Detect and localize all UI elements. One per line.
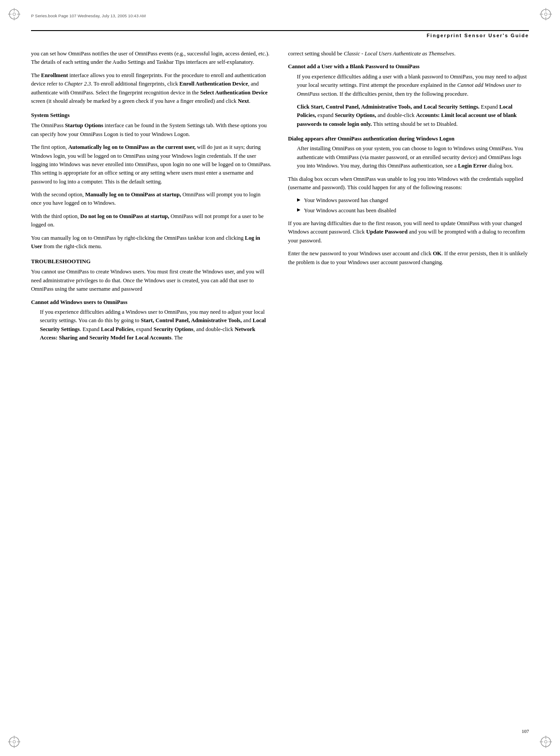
svg-point-19 [544,740,547,743]
troubleshooting-heading: TROUBLESHOOTING [31,257,272,266]
right-para6: If you are having difficulties due to th… [288,219,529,245]
header-bar: Fingerprint Sensor User's Guide [31,30,529,38]
left-para4: The first option, Automatically log on t… [31,143,272,186]
cannot-blank-password-heading: Cannot add a User with a Blank Password … [288,62,529,71]
meta-line: P Series.book Page 107 Wednesday, July 1… [31,13,146,18]
corner-mark-br [540,736,552,748]
left-para5: With the second option, Manually log on … [31,191,272,208]
content-area: you can set how OmniPass notifies the us… [31,50,529,347]
left-para9: If you experience difficulties adding a … [31,308,272,343]
left-para6: With the third option, Do not log on to … [31,212,272,230]
page: P Series.book Page 107 Wednesday, July 1… [0,0,560,756]
bullet-icon-1 [297,198,301,202]
left-para1: you can set how OmniPass notifies the us… [31,50,272,67]
header-title: Fingerprint Sensor User's Guide [427,33,529,38]
system-settings-heading: System Settings [31,111,272,120]
right-para4: After installing OmniPass on your system… [288,144,529,170]
svg-point-1 [13,13,16,16]
left-para2: The Enrollment interface allows you to e… [31,71,272,106]
dialog-appears-heading: Dialog appears after OmniPass authentica… [288,135,529,143]
left-para7: You can manually log on to OmniPass by r… [31,234,272,251]
bullet-list: Your Windows password has changed Your W… [297,196,529,215]
bullet-item-1: Your Windows password has changed [297,196,529,205]
bullet-text-1: Your Windows password has changed [304,196,388,205]
svg-point-7 [544,13,547,16]
corner-mark-bl [8,736,20,748]
right-para2: If you experience difficulties adding a … [288,73,529,98]
right-column: correct setting should be Classic - Loca… [288,50,529,347]
cannot-add-windows-users-heading: Cannot add Windows users to OmniPass [31,298,272,307]
corner-mark-tl [8,8,20,20]
header-area: Fingerprint Sensor User's Guide [31,30,529,38]
left-column: you can set how OmniPass notifies the us… [31,50,272,347]
left-para3: The OmniPass Startup Options interface c… [31,121,272,139]
footer: 107 [31,729,529,734]
page-number: 107 [522,729,529,734]
svg-point-13 [13,740,16,743]
right-para1: correct setting should be Classic - Loca… [288,50,529,58]
bullet-icon-2 [297,208,301,212]
corner-mark-tr [540,8,552,20]
right-para7: Enter the new password to your Windows u… [288,249,529,267]
left-para8: You cannot use OmniPass to create Window… [31,268,272,293]
bullet-text-2: Your Windows account has been disabled [304,207,396,215]
right-para5: This dialog box occurs when OmniPass was… [288,175,529,192]
right-para3: Click Start, Control Panel, Administrati… [288,103,529,129]
bullet-item-2: Your Windows account has been disabled [297,207,529,215]
